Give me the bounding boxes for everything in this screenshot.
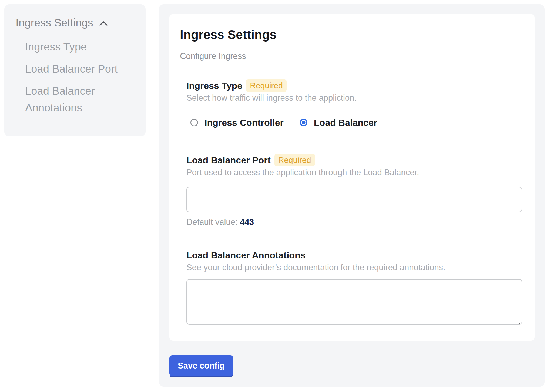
load-balancer-annotations-textarea[interactable] (186, 279, 522, 325)
section-heading: Load Balancer Annotations (186, 249, 522, 261)
radio-label: Load Balancer (314, 117, 377, 128)
field-label-load-balancer-annotations: Load Balancer Annotations (186, 250, 306, 261)
radio-checked-icon (300, 119, 307, 126)
sidebar-section-label: Ingress Settings (16, 16, 93, 29)
radio-load-balancer[interactable]: Load Balancer (300, 117, 377, 128)
sidebar-item-load-balancer-annotations[interactable]: Load Balancer Annotations (25, 83, 134, 116)
page: { "sidebar": { "header": "Ingress Settin… (0, 0, 550, 392)
field-label-ingress-type: Ingress Type (186, 80, 242, 91)
section-heading: Ingress Type Required (186, 80, 522, 91)
page-subtitle: Configure Ingress (180, 51, 522, 62)
ingress-form: Ingress Type Required Select how traffic… (186, 80, 522, 325)
required-badge: Required (246, 79, 287, 92)
required-badge: Required (274, 154, 315, 166)
field-description-ingress-type: Select how traffic will ingress to the a… (186, 92, 522, 104)
radio-label: Ingress Controller (204, 117, 284, 128)
default-value: 443 (240, 217, 254, 227)
sidebar-item-ingress-type[interactable]: Ingress Type (25, 38, 134, 55)
sidebar-nav: Ingress Type Load Balancer Port Load Bal… (25, 38, 134, 116)
main-panel: Ingress Settings Configure Ingress Ingre… (159, 4, 545, 387)
sidebar: Ingress Settings Ingress Type Load Balan… (4, 4, 146, 136)
radio-unchecked-icon (190, 119, 198, 126)
ingress-settings-card: Ingress Settings Configure Ingress Ingre… (169, 14, 535, 341)
page-title: Ingress Settings (180, 27, 522, 42)
sidebar-section-toggle[interactable]: Ingress Settings (16, 16, 134, 29)
default-value-line: Default value: 443 (186, 217, 522, 228)
default-value-label: Default value: (186, 217, 238, 227)
radio-ingress-controller[interactable]: Ingress Controller (190, 117, 284, 128)
section-heading: Load Balancer Port Required (186, 154, 522, 166)
ingress-type-radio-group: Ingress Controller Load Balancer (190, 117, 522, 129)
section-ingress-type: Ingress Type Required Select how traffic… (186, 80, 522, 129)
field-label-load-balancer-port: Load Balancer Port (186, 155, 271, 165)
section-load-balancer-port: Load Balancer Port Required Port used to… (186, 154, 522, 228)
chevron-up-icon (99, 21, 108, 26)
field-description-load-balancer-port: Port used to access the application thro… (186, 167, 522, 178)
field-description-load-balancer-annotations: See your cloud provider’s documentation … (186, 262, 522, 273)
load-balancer-port-input[interactable] (186, 187, 522, 212)
save-config-button[interactable]: Save config (169, 355, 233, 376)
sidebar-item-load-balancer-port[interactable]: Load Balancer Port (25, 60, 134, 77)
section-load-balancer-annotations: Load Balancer Annotations See your cloud… (186, 249, 522, 325)
